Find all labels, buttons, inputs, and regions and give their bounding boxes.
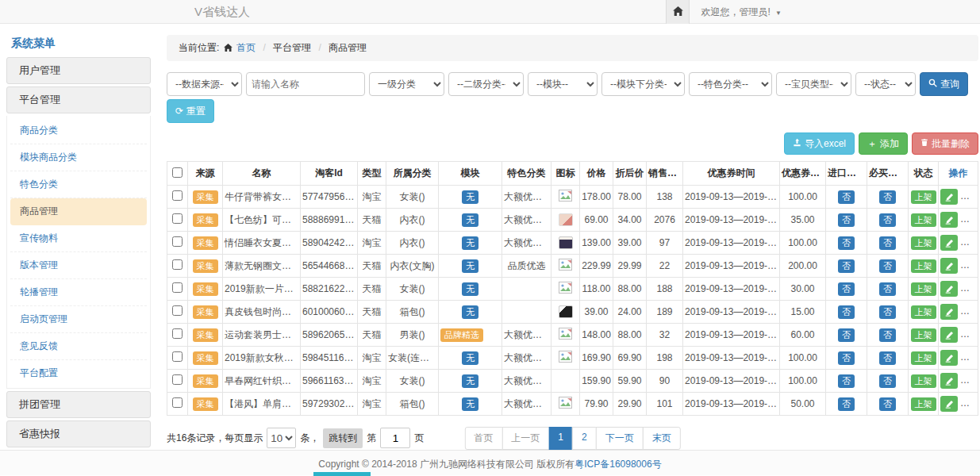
imported-badge[interactable]: 否 (838, 213, 855, 227)
status-badge[interactable]: 上架 (911, 236, 936, 250)
module-badge: 无 (462, 213, 478, 227)
select-all-checkbox[interactable] (172, 167, 183, 178)
edit-button[interactable] (940, 212, 958, 228)
row-checkbox[interactable] (172, 236, 183, 247)
status-badge[interactable]: 上架 (911, 397, 936, 411)
row-checkbox[interactable] (172, 374, 183, 385)
icp-link[interactable]: 粤ICP备16098006号 (575, 459, 661, 470)
sidebar-item[interactable]: 特色分类 (10, 171, 147, 198)
feature-category-select[interactable]: --特色分类-- (689, 72, 772, 96)
item-type-select[interactable]: --宝贝类型-- (776, 72, 851, 96)
row-checkbox[interactable] (172, 259, 183, 270)
status-badge[interactable]: 上架 (911, 374, 936, 388)
must-buy-badge[interactable]: 否 (879, 282, 896, 296)
row-checkbox[interactable] (172, 351, 183, 362)
add-button[interactable]: ＋ 添加 (859, 132, 908, 155)
imported-badge[interactable]: 否 (838, 374, 855, 388)
search-button[interactable]: 查询 (920, 72, 968, 96)
breadcrumb-separator: / (318, 42, 321, 53)
sidebar-item[interactable]: 模块商品分类 (10, 144, 147, 171)
page-button[interactable]: 下一页 (596, 427, 644, 450)
module-subcategory-select[interactable]: --模块下分类-- (601, 72, 685, 96)
imported-badge[interactable]: 否 (838, 305, 855, 319)
main-content: 当前位置: 首页 / 平台管理 / 商品管理 --数据来源--一级分类--二级分… (167, 24, 978, 450)
status-select[interactable]: --状态-- (855, 72, 916, 96)
row-checkbox[interactable] (172, 190, 183, 201)
status-badge[interactable]: 上架 (911, 328, 936, 342)
must-buy-badge[interactable]: 否 (879, 259, 896, 273)
reset-button[interactable]: ⟳重置 (167, 99, 214, 123)
status-badge[interactable]: 上架 (911, 351, 936, 365)
must-buy-badge[interactable]: 否 (879, 236, 896, 250)
edit-button[interactable] (940, 235, 958, 251)
batch-delete-button[interactable]: 批量删除 (912, 132, 978, 155)
must-buy-badge[interactable]: 否 (879, 305, 896, 319)
module-select[interactable]: --模块-- (528, 72, 598, 96)
edit-button[interactable] (940, 304, 958, 320)
page-button[interactable]: 末页 (643, 427, 681, 450)
row-select-cell (167, 324, 188, 347)
imported-badge[interactable]: 否 (838, 190, 855, 204)
category-cell: 内衣(文胸) (386, 255, 439, 278)
must-buy-badge[interactable]: 否 (879, 328, 896, 342)
sidebar-group[interactable]: 省惠快报 (6, 420, 151, 447)
edit-button[interactable] (940, 258, 958, 274)
edit-button[interactable] (940, 350, 958, 366)
must-buy-badge[interactable]: 否 (879, 397, 896, 411)
sidebar-item[interactable]: 轮播管理 (10, 279, 147, 306)
row-checkbox[interactable] (172, 328, 183, 339)
edit-button[interactable] (940, 281, 958, 297)
name-input[interactable] (246, 72, 365, 96)
sidebar-item[interactable]: 商品分类 (10, 117, 147, 144)
per-page-select[interactable]: 10 (267, 428, 296, 448)
sidebar-item[interactable]: 启动页管理 (10, 306, 147, 333)
sidebar-item[interactable]: 宣传物料 (10, 225, 147, 252)
imported-badge[interactable]: 否 (838, 328, 855, 342)
imported-badge-cell: 否 (826, 324, 867, 347)
page-button[interactable]: 2 (572, 427, 597, 450)
imported-badge[interactable]: 否 (838, 282, 855, 296)
edit-button[interactable] (940, 373, 958, 389)
user-menu[interactable]: 欢迎您，管理员! ▼ (701, 6, 782, 19)
status-badge[interactable]: 上架 (911, 190, 936, 204)
row-checkbox[interactable] (172, 397, 183, 408)
imported-badge[interactable]: 否 (838, 351, 855, 365)
imported-badge[interactable]: 否 (838, 236, 855, 250)
home-button[interactable] (666, 0, 690, 24)
imported-badge[interactable]: 否 (838, 397, 855, 411)
data-source-select[interactable]: --数据来源-- (167, 72, 242, 96)
imported-badge[interactable]: 否 (838, 259, 855, 273)
status-badge[interactable]: 上架 (911, 213, 936, 227)
breadcrumb-home-link[interactable]: 首页 (236, 42, 256, 53)
must-buy-badge[interactable]: 否 (879, 351, 896, 365)
must-buy-badge[interactable]: 否 (879, 190, 896, 204)
source-cell: 采集 (188, 393, 223, 416)
sidebar-group[interactable]: 拼团管理 (6, 391, 151, 418)
status-badge[interactable]: 上架 (911, 259, 936, 273)
edit-button[interactable] (940, 189, 958, 205)
price-cell: 159.90 (580, 370, 613, 393)
edit-button[interactable] (940, 396, 958, 412)
must-buy-badge[interactable]: 否 (879, 213, 896, 227)
jump-button[interactable]: 跳转到 (323, 428, 363, 448)
edit-button[interactable] (940, 327, 958, 343)
sidebar-group[interactable]: 平台管理 (6, 86, 151, 113)
sidebar-item[interactable]: 商品管理 (10, 198, 147, 225)
must-buy-badge[interactable]: 否 (879, 374, 896, 388)
level2-category-select[interactable]: --二级分类-- (448, 72, 524, 96)
sidebar-item[interactable]: 平台配置 (10, 360, 147, 386)
row-checkbox[interactable] (172, 282, 183, 293)
row-checkbox[interactable] (172, 305, 183, 316)
page-button[interactable]: 1 (548, 427, 573, 450)
sidebar-item[interactable]: 意见反馈 (10, 333, 147, 360)
row-checkbox[interactable] (172, 213, 183, 224)
sidebar-group[interactable]: 用户管理 (6, 57, 151, 84)
status-badge[interactable]: 上架 (911, 282, 936, 296)
level1-category-select[interactable]: 一级分类 (369, 72, 444, 96)
sales-cell: 97 (647, 232, 683, 255)
must-buy-badge-cell: 否 (867, 324, 909, 347)
sidebar-item[interactable]: 版本管理 (10, 252, 147, 279)
page-number-input[interactable] (380, 428, 410, 448)
import-excel-button[interactable]: 导入excel (784, 132, 855, 155)
status-badge[interactable]: 上架 (911, 305, 936, 319)
